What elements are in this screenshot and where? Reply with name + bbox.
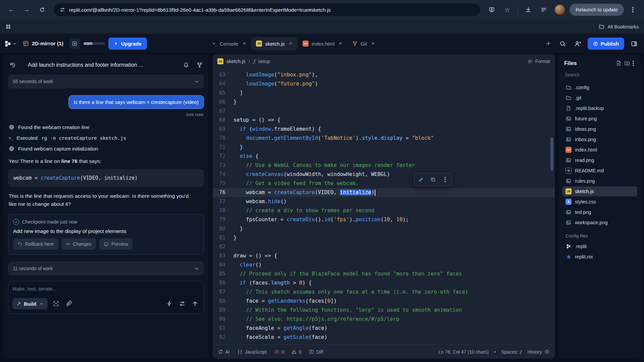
- stop-button[interactable]: [69, 38, 80, 49]
- file-item[interactable]: ideas.png: [562, 124, 637, 134]
- code-line[interactable]: 64 loadImage("future.png"): [213, 79, 555, 88]
- send-message-icon[interactable]: [191, 299, 200, 308]
- more-options-icon[interactable]: [439, 174, 451, 185]
- file-item[interactable]: <>index.html: [562, 145, 637, 155]
- errors-indicator[interactable]: 0: [274, 349, 284, 355]
- indentation-setting[interactable]: Spaces: 2: [501, 349, 522, 355]
- code-line[interactable]: 90 // See also: https://p5js.org/referen…: [213, 315, 555, 324]
- code-line[interactable]: 83draw = () => {: [213, 251, 555, 260]
- new-file-icon[interactable]: [614, 59, 623, 67]
- file-item[interactable]: .git: [562, 93, 637, 103]
- close-tab-icon[interactable]: ×: [243, 40, 246, 47]
- diff-button[interactable]: Diff: [309, 349, 323, 355]
- editor-scrollbar[interactable]: [550, 68, 554, 345]
- code-line[interactable]: 63 loadImage("inbox.png"),: [213, 70, 555, 79]
- settings-sliders-icon[interactable]: [178, 299, 186, 308]
- code-line[interactable]: 67: [213, 107, 555, 116]
- code-line[interactable]: 76 webcam = createCapture(VIDEO, initial…: [213, 188, 555, 197]
- file-item[interactable]: MREADME.md: [562, 166, 637, 176]
- code-line[interactable]: 65 ]: [213, 88, 555, 98]
- work-summary-top[interactable]: 55 seconds of work: [8, 74, 204, 88]
- browser-forward-button[interactable]: →: [20, 3, 33, 16]
- search-icon[interactable]: [557, 39, 568, 49]
- scrollbar-thumb[interactable]: [550, 137, 553, 171]
- invite-user-icon[interactable]: [573, 39, 583, 49]
- build-mode-button[interactable]: Build: [12, 298, 48, 309]
- code-line[interactable]: 89 // Within the following functions, "l…: [213, 306, 555, 315]
- preview-button[interactable]: Preview: [99, 238, 132, 250]
- code-line[interactable]: 74 createCanvas(windowWidth, windowHeigh…: [213, 170, 555, 179]
- code-editor[interactable]: 63 loadImage("inbox.png"),64 loadImage("…: [213, 68, 555, 345]
- code-line[interactable]: 72 else {: [213, 152, 555, 161]
- agent-input[interactable]: [12, 286, 200, 292]
- browser-menu-icon[interactable]: [627, 3, 639, 16]
- files-menu-icon[interactable]: [631, 61, 635, 65]
- all-bookmarks-button[interactable]: All Bookmarks: [599, 24, 639, 29]
- screenshot-select-icon[interactable]: [52, 299, 60, 308]
- copy-icon[interactable]: [427, 174, 439, 185]
- code-line[interactable]: 75 // Get a video feed from the webcam.: [213, 179, 555, 188]
- file-item[interactable]: future.png: [562, 114, 637, 124]
- ai-status-button[interactable]: AI: [218, 349, 230, 355]
- changes-button[interactable]: <>Changes: [62, 238, 96, 250]
- project-switcher[interactable]: 2D-mirror (1): [20, 39, 66, 49]
- site-settings-icon[interactable]: [60, 7, 65, 12]
- files-search-input[interactable]: [564, 71, 636, 79]
- file-item[interactable]: .replit: [562, 241, 637, 251]
- code-line[interactable]: 85 // Proceed only if the BlazeFace mode…: [213, 269, 555, 279]
- file-item[interactable]: JSsketch.js: [562, 186, 637, 196]
- code-line[interactable]: 87 // This sketch assumes only one face …: [213, 288, 555, 297]
- publish-button[interactable]: Publish: [588, 38, 624, 50]
- upgrade-button[interactable]: Upgrade: [108, 38, 147, 50]
- history-icon[interactable]: [8, 61, 17, 70]
- code-line[interactable]: 69 if (window.frameElement) {: [213, 125, 555, 134]
- browser-back-button[interactable]: ←: [5, 3, 17, 16]
- file-item[interactable]: .replit.backup: [562, 103, 637, 113]
- work-summary-bottom[interactable]: 11 seconds of work: [8, 261, 204, 276]
- tab-console[interactable]: >_Console×: [208, 37, 251, 50]
- code-line[interactable]: 73 // Use a WebGL Canvas to make our ima…: [213, 161, 555, 170]
- new-tab-button[interactable]: +: [543, 38, 554, 49]
- avatar[interactable]: [555, 5, 565, 15]
- code-line[interactable]: 71 }: [213, 143, 555, 152]
- code-line[interactable]: 70 document.getElementById('TabNotice').…: [213, 134, 555, 143]
- install-app-icon[interactable]: [485, 3, 498, 16]
- close-tab-icon[interactable]: ×: [371, 40, 375, 47]
- file-item[interactable]: read.png: [562, 155, 637, 165]
- bookmark-star-icon[interactable]: ☆: [501, 3, 514, 16]
- code-line[interactable]: 84 clear(): [213, 260, 555, 269]
- layout-toggle-icon[interactable]: [629, 39, 639, 49]
- code-line[interactable]: 92 faceScale = getScale(face): [213, 333, 555, 342]
- notifications-bell-icon[interactable]: [182, 61, 191, 69]
- file-item[interactable]: rules.png: [562, 176, 637, 186]
- code-line[interactable]: 77 webcam.hide(): [213, 197, 555, 206]
- file-item[interactable]: #styles.css: [562, 197, 637, 207]
- code-line[interactable]: 91 faceAngle = getAngle(face): [213, 324, 555, 333]
- breadcrumb[interactable]: JS sketch.js › ƒ setup: [217, 58, 270, 65]
- file-item[interactable]: inbox.png: [562, 134, 637, 144]
- fork-session-icon[interactable]: [195, 61, 204, 69]
- cursor-position[interactable]: Ln 76, Col 47 (10 chars): [438, 349, 489, 355]
- code-line[interactable]: 78 // create a div to show frames per se…: [213, 206, 555, 215]
- tab-index-html[interactable]: <>index.html×: [298, 37, 347, 50]
- relaunch-button[interactable]: Relaunch to update: [570, 4, 624, 16]
- code-line[interactable]: 80 }: [213, 224, 555, 233]
- close-tab-icon[interactable]: ×: [289, 40, 292, 47]
- close-tab-icon[interactable]: ×: [339, 40, 342, 47]
- code-line[interactable]: 88 face = getLandmarks(faces[0]): [213, 297, 555, 306]
- file-item[interactable]: .config: [562, 82, 637, 93]
- code-line[interactable]: 81}: [213, 233, 555, 242]
- new-folder-icon[interactable]: [623, 59, 631, 67]
- apps-grid-icon[interactable]: [5, 24, 11, 29]
- code-line[interactable]: 68setup = () => {: [213, 116, 555, 125]
- reading-list-icon[interactable]: [537, 3, 550, 16]
- warnings-indicator[interactable]: 0: [291, 349, 302, 355]
- quick-actions-icon[interactable]: [165, 299, 174, 308]
- replit-logo[interactable]: [5, 41, 17, 47]
- url-bar[interactable]: replit.com/@alfkeih/2D-mirror-1?replId=8…: [54, 3, 480, 16]
- rollback-here-button[interactable]: Rollback here: [13, 238, 58, 250]
- downloads-icon[interactable]: [522, 3, 535, 16]
- tab-sketch-js[interactable]: JSsketch.js×: [251, 37, 297, 50]
- language-indicator[interactable]: {} JavaScript: [237, 349, 267, 355]
- tab-git[interactable]: Git×: [347, 37, 379, 50]
